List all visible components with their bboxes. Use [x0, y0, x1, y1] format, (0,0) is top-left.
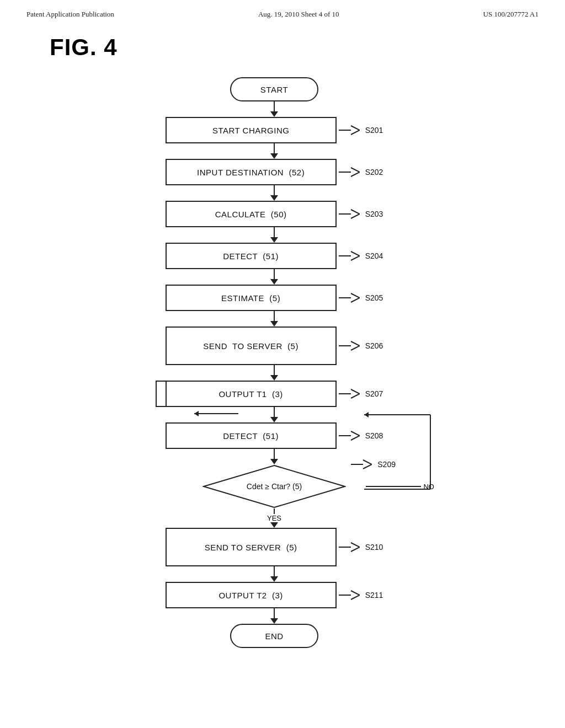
start-label: START [260, 85, 288, 94]
step-label-wrap-S208: S208 [339, 430, 383, 441]
diamond-S209: Cdet ≥ Ctar? (5) [202, 464, 346, 508]
yes-label: YES [267, 514, 281, 522]
notch-S211 [339, 590, 360, 601]
arrow-9 [270, 522, 278, 528]
arrow-5 [270, 321, 278, 326]
step-S210: SEND TO SERVER (5) S210 [166, 528, 383, 566]
label-S211: OUTPUT T2 (3) [218, 591, 282, 600]
notch-S207 [339, 388, 360, 399]
diamond-section: S209 Cdet ≥ Ctar? (5) NO [202, 464, 346, 522]
step-S207: OUTPUT T1 (3) S207 [166, 381, 383, 407]
step-S206: SEND TO SERVER (5) S206 [166, 326, 383, 365]
step-id-S207: S207 [365, 389, 383, 398]
conn-7 [274, 407, 275, 417]
label-S206: SEND TO SERVER (5) [203, 340, 299, 352]
flowchart-inner: START START CHARGING S201 INPUT DES [166, 77, 383, 648]
step-id-S208: S208 [365, 431, 383, 440]
end-label: END [265, 631, 283, 641]
conn-5 [274, 311, 275, 321]
step-label-wrap-S203: S203 [339, 208, 383, 220]
step-label-wrap-S211: S211 [339, 590, 383, 601]
start-shape: START [230, 77, 318, 101]
page-header: Patent Application Publication Aug. 19, … [0, 0, 565, 24]
step-label-wrap-S205: S205 [339, 292, 383, 303]
conn-4 [274, 269, 275, 279]
no-label: NO [423, 483, 434, 491]
flowchart: START START CHARGING S201 INPUT DES [0, 77, 565, 670]
box-S201: START CHARGING [166, 117, 337, 143]
step-id-S204: S204 [365, 251, 383, 260]
label-S203: CALCULATE (50) [215, 210, 287, 219]
box-S210: SEND TO SERVER (5) [166, 528, 337, 566]
label-S207: OUTPUT T1 (3) [218, 389, 282, 399]
step-id-S211: S211 [365, 591, 383, 599]
label-S204: DETECT (51) [223, 251, 279, 261]
conn-6 [274, 365, 275, 375]
notch-S203 [339, 208, 360, 220]
step-label-wrap-S204: S204 [339, 250, 383, 261]
box-S202: INPUT DESTINATION (52) [166, 159, 337, 185]
end-shape: END [230, 624, 318, 648]
notch-S210 [339, 542, 360, 553]
step-id-S206: S206 [365, 341, 383, 350]
diamond-label-S209: Cdet ≥ Ctar? (5) [247, 481, 302, 491]
step-label-wrap-S201: S201 [339, 125, 383, 136]
header-left: Patent Application Publication [26, 10, 114, 19]
arrow-0 [270, 111, 278, 117]
notch-S204 [339, 250, 360, 261]
conn-3 [274, 227, 275, 237]
step-label-wrap-S206: S206 [339, 340, 383, 351]
step-S205: ESTIMATE (5) S205 [166, 285, 383, 311]
step-S208: DETECT (51) S208 [166, 422, 383, 449]
no-label-wrap: NO [366, 482, 434, 491]
step-S203: CALCULATE (50) S203 [166, 201, 383, 227]
box-S206: SEND TO SERVER (5) [166, 326, 337, 365]
step-S204: DETECT (51) S204 [166, 243, 383, 269]
conn-8 [274, 449, 275, 459]
start-node: START [230, 77, 318, 101]
box-S211: OUTPUT T2 (3) [166, 582, 337, 608]
step-id-S201: S201 [365, 126, 383, 135]
box-S204: DETECT (51) [166, 243, 337, 269]
step-id-S209: S209 [377, 460, 396, 469]
arrow-1 [270, 153, 278, 159]
conn-2 [274, 185, 275, 195]
arrow-7 [270, 417, 278, 422]
notch-S202 [339, 167, 360, 178]
step-S202: INPUT DESTINATION (52) S202 [166, 159, 383, 185]
connector-0 [274, 101, 275, 111]
label-S205: ESTIMATE (5) [221, 293, 280, 303]
step-id-S202: S202 [365, 168, 383, 176]
arrow-11 [270, 618, 278, 624]
box-S207: OUTPUT T1 (3) [166, 381, 337, 407]
header-middle: Aug. 19, 2010 Sheet 4 of 10 [258, 10, 339, 19]
step-id-S210: S210 [365, 543, 383, 552]
svg-marker-8 [194, 411, 199, 416]
label-S201: START CHARGING [212, 126, 290, 135]
yes-line-top [274, 508, 275, 514]
no-line [366, 482, 421, 491]
label-S202: INPUT DESTINATION (52) [197, 168, 305, 177]
arrow-3 [270, 237, 278, 243]
arrow-4 [270, 279, 278, 285]
label-S208: DETECT (51) [223, 431, 279, 441]
arrow-6 [270, 375, 278, 381]
yes-section: YES [267, 508, 281, 522]
step-label-wrap-S210: S210 [339, 542, 383, 553]
loop-bracket [156, 381, 166, 407]
loop-section: OUTPUT T1 (3) S207 [166, 381, 383, 407]
conn-11 [274, 608, 275, 618]
arrow-8 [270, 459, 278, 464]
step-S201: START CHARGING S201 [166, 117, 383, 143]
conn-10 [274, 566, 275, 576]
notch-S206 [339, 340, 360, 351]
label-S210: SEND TO SERVER (5) [205, 542, 297, 553]
loop-arrow-svg [189, 407, 244, 420]
box-S205: ESTIMATE (5) [166, 285, 337, 311]
conn-1 [274, 143, 275, 153]
notch-S209 [351, 459, 372, 470]
arrow-10 [270, 576, 278, 582]
step-S211: OUTPUT T2 (3) S211 [166, 582, 383, 608]
step-id-S203: S203 [365, 210, 383, 218]
step-id-S205: S205 [365, 293, 383, 302]
